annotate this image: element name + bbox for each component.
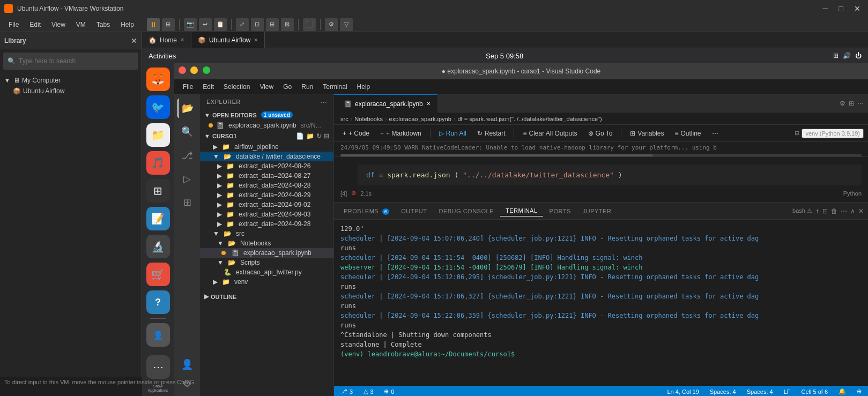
- new-file-icon-2[interactable]: 📄: [296, 132, 304, 140]
- folder-venv[interactable]: ▶ 📁 venv: [200, 277, 333, 287]
- vscode-menu-selection[interactable]: Selection: [219, 81, 254, 93]
- outline-button[interactable]: ≡ Outline: [671, 128, 706, 139]
- menu-file[interactable]: File: [4, 19, 23, 31]
- folder-extract-0829[interactable]: ▶ 📁 extract_data=2024-08-29: [200, 190, 333, 200]
- vscode-menu-edit[interactable]: Edit: [198, 81, 218, 93]
- tab-debug-console[interactable]: DEBUG CONSOLE: [433, 206, 499, 216]
- open-editors-header[interactable]: ▼ OPEN EDITORS 1 unsaved: [200, 109, 333, 121]
- tree-item-mycomputer[interactable]: ▼ 🖥 My Computer: [0, 75, 142, 86]
- status-bell-icon[interactable]: 🔔: [836, 388, 848, 395]
- activity-git[interactable]: ⎇: [177, 146, 197, 165]
- folder-extract-0827[interactable]: ▶ 📁 extract_data=2024-08-27: [200, 171, 333, 181]
- vscode-close-button[interactable]: [179, 66, 186, 74]
- tab-terminal[interactable]: TERMINAL: [500, 205, 543, 216]
- run-all-button[interactable]: ▷ Run All: [435, 128, 471, 139]
- editor-tab-spark[interactable]: 📓 exploracao_spark.ipynb ✕: [334, 94, 437, 113]
- dock-extensions[interactable]: ⊞: [146, 179, 170, 203]
- menu-edit[interactable]: Edit: [25, 19, 45, 31]
- dock-firefox[interactable]: 🦊: [146, 68, 170, 91]
- vscode-menu-go[interactable]: Go: [279, 81, 296, 93]
- status-cell[interactable]: Cell 5 of 6: [799, 388, 830, 395]
- add-markdown-button[interactable]: + + Markdown: [376, 128, 426, 139]
- tab-home[interactable]: 🏠 Home ✕: [142, 32, 191, 48]
- snapshot-icon[interactable]: 📷: [184, 18, 197, 31]
- folder-src[interactable]: ▼ 📂 src: [200, 229, 333, 238]
- pause-button[interactable]: ⏸: [147, 18, 160, 31]
- refresh-icon[interactable]: ↻: [316, 132, 322, 140]
- folder-extract-0826[interactable]: ▶ 📁 extract_data=2024-08-26: [200, 161, 333, 171]
- close-button[interactable]: ✕: [851, 3, 864, 14]
- vscode-max-button[interactable]: [203, 66, 210, 74]
- more-icon[interactable]: ⋯: [857, 100, 864, 107]
- status-spaces-2[interactable]: Spaces: 4: [745, 388, 775, 395]
- terminal-trash-icon[interactable]: 🗑: [831, 207, 837, 215]
- tab-ubuntu-close[interactable]: ✕: [254, 37, 258, 43]
- dock-avatar[interactable]: 👤: [146, 323, 170, 347]
- activity-search[interactable]: 🔍: [177, 122, 197, 141]
- new-folder-icon[interactable]: 📁: [306, 132, 314, 140]
- breadcrumb-notebooks[interactable]: Notebooks: [354, 116, 383, 122]
- status-git[interactable]: ⎇ 3: [338, 388, 355, 395]
- folder-scripts[interactable]: ▼ 📂 Scripts: [200, 258, 333, 267]
- activity-extensions[interactable]: ⊞: [177, 193, 197, 212]
- settings-icon[interactable]: ⚙: [840, 100, 845, 107]
- activity-debug[interactable]: ▷: [177, 169, 197, 189]
- terminal-add-icon[interactable]: +: [815, 207, 819, 215]
- view-icon[interactable]: ▽: [340, 18, 353, 31]
- vscode-menu-view[interactable]: View: [255, 81, 278, 93]
- library-close-button[interactable]: ✕: [131, 36, 137, 45]
- term-line-13[interactable]: (venv) leandrobrave@alura:~/Documents/cu…: [340, 349, 862, 359]
- dock-show-apps[interactable]: ⋯: [146, 355, 170, 379]
- library-search-container[interactable]: 🔍: [3, 53, 138, 70]
- dock-writer[interactable]: 📝: [146, 207, 170, 230]
- status-lf[interactable]: LF: [782, 388, 793, 395]
- tree-item-ubuntu[interactable]: 📦 Ubuntu Airflow: [0, 86, 142, 96]
- variables-button[interactable]: ⊞ Variables: [626, 128, 668, 139]
- tab-close-btn[interactable]: ✕: [426, 101, 431, 107]
- dock-files[interactable]: 📁: [146, 123, 170, 147]
- tab-home-close[interactable]: ✕: [180, 37, 184, 43]
- vscode-menu-file[interactable]: File: [179, 81, 197, 93]
- breadcrumb-src[interactable]: src: [340, 116, 348, 122]
- vscode-menu-terminal[interactable]: Terminal: [318, 81, 351, 93]
- status-warnings[interactable]: ⊕ 0: [382, 388, 396, 395]
- status-errors[interactable]: △ 3: [361, 388, 375, 395]
- status-plus-icon[interactable]: ⊕: [855, 388, 864, 395]
- revert-icon[interactable]: ↩: [199, 18, 212, 31]
- search-input[interactable]: [19, 57, 134, 65]
- curso1-header[interactable]: ▼ CURSO1 📄 📁 ↻ ⊟: [200, 130, 333, 142]
- outline-header[interactable]: ▶ OUTLINE: [200, 291, 333, 302]
- terminal-more-icon[interactable]: ⋯: [841, 207, 847, 215]
- menu-view[interactable]: View: [47, 19, 70, 31]
- kernel-selector[interactable]: venv (Python 3.9.19): [802, 129, 864, 138]
- cell-code-block[interactable]: df = spark.read.json ( "../../datalake/t…: [358, 165, 862, 185]
- folder-extract-0902[interactable]: ▶ 📁 extract_data=2024-09-02: [200, 200, 333, 210]
- goto-button[interactable]: ⊗ Go To: [584, 128, 617, 139]
- fitguest-icon[interactable]: ⊞: [266, 18, 279, 31]
- folder-extract-date[interactable]: ▶ 📁 extract_date=2024-09-28: [200, 219, 333, 229]
- dock-lab[interactable]: 🔬: [146, 235, 170, 258]
- breadcrumb-file[interactable]: exploracao_spark.ipynb: [389, 116, 451, 122]
- file-exploracao-spark[interactable]: 📓 exploracao_spark.ipynb: [200, 248, 333, 258]
- menu-tabs[interactable]: Tabs: [92, 19, 114, 31]
- ubuntu-activities[interactable]: Activities: [149, 52, 176, 60]
- terminal-chevron-up[interactable]: ∧: [850, 207, 855, 215]
- terminal-icon[interactable]: ⬛: [303, 18, 316, 31]
- split-editor-icon[interactable]: ⊞: [849, 100, 854, 107]
- tab-ubuntu-airflow[interactable]: 📦 Ubuntu Airflow ✕: [191, 32, 265, 48]
- add-code-button[interactable]: + + Code: [338, 128, 374, 139]
- dock-help[interactable]: ?: [146, 290, 170, 314]
- fitwindow-icon[interactable]: ⊠: [281, 18, 294, 31]
- folder-datalake[interactable]: ▼ 📂 datalake / twitter_datascience: [200, 152, 333, 161]
- restart-button[interactable]: ↻ Restart: [473, 128, 510, 139]
- terminal-close-icon[interactable]: ✕: [858, 207, 864, 215]
- fullscreen-icon[interactable]: ⤢: [236, 18, 249, 31]
- folder-airflow[interactable]: ▶ 📁 airflow_pipeline: [200, 142, 333, 152]
- snapshot-manage-icon[interactable]: 📋: [214, 18, 227, 31]
- minimize-button[interactable]: ─: [820, 3, 832, 14]
- clear-outputs-button[interactable]: ≡ Clear All Outputs: [518, 128, 581, 139]
- activity-explorer[interactable]: 📂: [177, 99, 197, 118]
- vscode-menu-run[interactable]: Run: [297, 81, 317, 93]
- tab-output[interactable]: OUTPUT: [396, 206, 432, 216]
- terminal-content[interactable]: 129.0" scheduler | [2024-09-04 15:07:06,…: [334, 220, 868, 386]
